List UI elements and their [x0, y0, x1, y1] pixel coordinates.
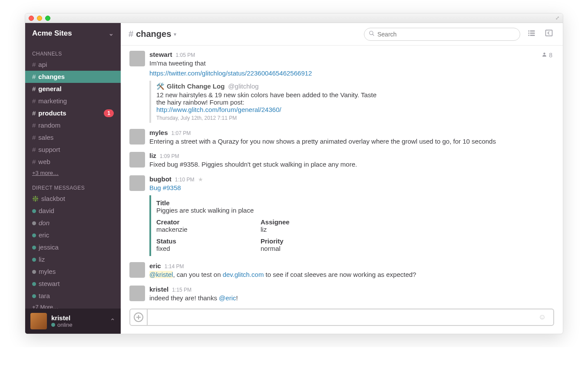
channel-item-random[interactable]: #random	[25, 119, 121, 131]
dm-item-eric[interactable]: eric	[25, 229, 121, 241]
field-value: mackenzie	[156, 226, 243, 233]
field-value: fixed	[156, 245, 243, 252]
channel-item-products[interactable]: #products1	[25, 107, 121, 119]
preview-link[interactable]: http://www.glitch.com/forum/general/2436…	[156, 106, 281, 113]
channel-item-api[interactable]: #api	[25, 59, 121, 71]
channel-name: marketing	[38, 96, 67, 106]
preview-source-name: Glitch Change Log	[167, 82, 225, 90]
mention[interactable]: @eric	[219, 294, 236, 302]
message-text: @kristel, can you test on dev.glitch.com…	[149, 270, 554, 279]
avatar[interactable]	[129, 262, 145, 278]
search-box[interactable]	[364, 28, 520, 41]
attach-button[interactable]	[130, 309, 148, 325]
svg-rect-7	[530, 35, 535, 36]
timestamp: 1:09 PM	[160, 153, 179, 159]
toggle-pane-icon[interactable]	[543, 27, 555, 41]
dm-name: tara	[39, 291, 50, 301]
dm-header: DIRECT MESSAGES	[25, 178, 121, 193]
preview-body: the hairy rainbow! Forum post:	[156, 99, 554, 106]
channel-item-support[interactable]: #support	[25, 144, 121, 156]
avatar[interactable]	[129, 152, 145, 168]
channel-name: changes	[136, 29, 171, 39]
svg-line-1	[373, 34, 374, 36]
presence-dot-icon	[32, 282, 36, 286]
link[interactable]: dev.glitch.com	[223, 271, 264, 278]
field-value: liz	[261, 226, 347, 233]
svg-rect-4	[529, 33, 530, 34]
message: bugbot1:10 PM★ Bug #9358 Title Piggies a…	[129, 174, 554, 260]
dm-name: liz	[39, 254, 45, 265]
list-view-icon[interactable]	[525, 27, 538, 41]
sender-name[interactable]: eric	[149, 262, 161, 269]
sender-name[interactable]: stewart	[149, 51, 172, 58]
dm-item-slackbot[interactable]: ❇️slackbot	[25, 193, 121, 205]
dm-item-don[interactable]: don	[25, 217, 121, 229]
emoji-icon[interactable]: ☺	[538, 313, 553, 322]
bug-link[interactable]: Bug #9358	[149, 184, 181, 191]
current-user[interactable]: kristel online ⌃	[25, 309, 121, 334]
svg-point-9	[544, 53, 545, 54]
channel-name: api	[38, 59, 47, 70]
sender-name[interactable]: liz	[149, 152, 156, 159]
search-icon	[369, 30, 375, 38]
avatar[interactable]	[129, 286, 145, 301]
channel-title[interactable]: #changes ▾	[129, 29, 176, 39]
member-count[interactable]: 8	[542, 52, 552, 59]
message-text: Entering a street with a Qurazy for you …	[149, 137, 554, 146]
channel-item-changes[interactable]: #changes	[25, 71, 121, 83]
star-icon[interactable]: ★	[198, 176, 203, 183]
dm-more-link[interactable]: +7 More…	[25, 302, 121, 309]
channel-list: #api#changes#general#marketing#products1…	[25, 59, 121, 168]
message-list: 8 stewart1:05 PM Im'ma tweeting that htt…	[121, 46, 563, 304]
dm-item-tara[interactable]: tara	[25, 290, 121, 302]
channel-item-sales[interactable]: #sales	[25, 131, 121, 144]
message-text: indeed they are! thanks @eric!	[149, 293, 554, 303]
fullscreen-icon[interactable]: ⤢	[555, 15, 559, 21]
dm-item-david[interactable]: david	[25, 205, 121, 217]
sender-name[interactable]: bugbot	[149, 175, 172, 183]
channel-item-web[interactable]: #web	[25, 156, 121, 168]
avatar[interactable]	[129, 129, 145, 145]
message: stewart1:05 PM Im'ma tweeting that https…	[129, 49, 554, 127]
avatar[interactable]	[129, 175, 145, 191]
minimize-window-icon[interactable]	[37, 16, 42, 21]
channel-name: products	[38, 108, 66, 118]
workspace-switcher[interactable]: Acme Sites ⌄	[25, 23, 121, 44]
message-text: Fixed bug #9358. Piggies shouldn't get s…	[149, 160, 554, 169]
dm-name: stewart	[39, 279, 59, 289]
mention[interactable]: @kristel	[149, 271, 173, 278]
dm-list: ❇️slackbotdaviddonericjessicalizmylesste…	[25, 193, 121, 302]
dm-name: eric	[39, 230, 49, 240]
message-text: Im'ma tweeting that	[149, 59, 554, 68]
message: kristel1:15 PM indeed they are! thanks @…	[129, 284, 554, 305]
dm-item-jessica[interactable]: jessica	[25, 241, 121, 253]
chevron-down-icon: ⌄	[109, 30, 114, 37]
avatar	[30, 313, 47, 329]
sender-name[interactable]: kristel	[149, 286, 168, 293]
dm-item-stewart[interactable]: stewart	[25, 278, 121, 290]
dm-item-liz[interactable]: liz	[25, 253, 121, 266]
member-count-value: 8	[549, 52, 552, 59]
channels-more-link[interactable]: +3 more…	[25, 168, 121, 178]
message-link[interactable]: https://twitter.com/glitchlog/status/223…	[149, 69, 312, 77]
channel-item-marketing[interactable]: #marketing	[25, 95, 121, 107]
compose-box: ☺	[129, 309, 554, 326]
hammer-icon: 🛠️	[156, 82, 163, 89]
sender-name[interactable]: myles	[149, 129, 168, 136]
avatar[interactable]	[129, 51, 145, 66]
presence-dot-icon	[32, 270, 36, 274]
channel-name: general	[38, 84, 61, 94]
channel-item-general[interactable]: #general	[25, 83, 121, 95]
svg-rect-2	[529, 30, 530, 32]
message-input[interactable]	[148, 314, 538, 321]
search-input[interactable]	[377, 31, 515, 38]
dm-item-myles[interactable]: myles	[25, 266, 121, 278]
hash-icon: #	[32, 145, 36, 155]
channel-name: random	[38, 120, 60, 131]
composer: ☺	[121, 304, 563, 334]
presence-dot-icon	[32, 258, 36, 262]
hash-icon: #	[32, 59, 36, 70]
hash-icon: #	[32, 96, 36, 106]
close-window-icon[interactable]	[29, 16, 34, 21]
zoom-window-icon[interactable]	[45, 16, 50, 21]
